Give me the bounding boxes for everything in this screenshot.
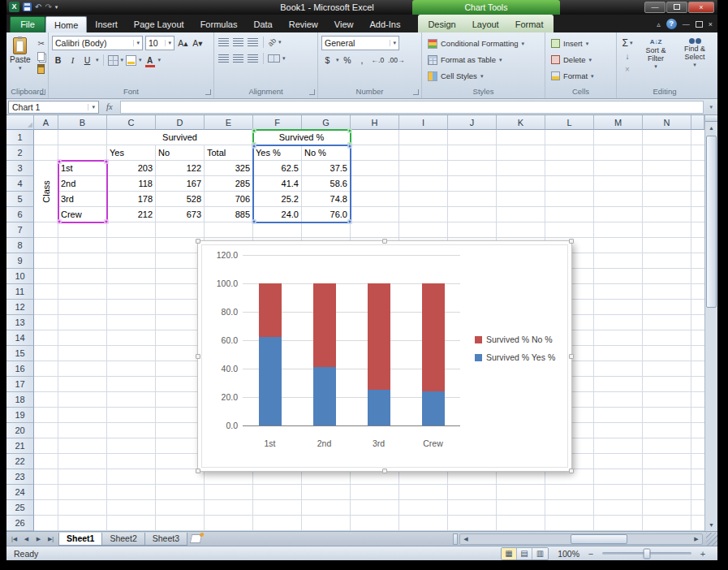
zoom-slider-thumb[interactable]: [644, 548, 651, 559]
chevron-down-icon[interactable]: ▾: [282, 55, 286, 62]
column-header-g[interactable]: G: [302, 115, 351, 130]
cell-N25[interactable]: [643, 500, 691, 516]
cell-A20[interactable]: [34, 423, 58, 438]
orientation-icon[interactable]: ab: [266, 37, 278, 48]
chart-resize-handle[interactable]: [569, 469, 574, 473]
cell-M22[interactable]: [594, 454, 643, 469]
cell-N24[interactable]: [643, 485, 691, 500]
cell-D2[interactable]: No: [156, 145, 205, 161]
vertical-scrollbar[interactable]: ▲ ▼: [704, 115, 717, 531]
horizontal-scrollbar[interactable]: ◀ ▶: [459, 533, 703, 545]
zoom-in-icon[interactable]: +: [698, 549, 708, 559]
row-header-24[interactable]: 24: [6, 485, 34, 500]
cell-C7[interactable]: [107, 222, 156, 238]
number-dialog-launcher[interactable]: [413, 89, 419, 95]
cell-N9[interactable]: [643, 253, 691, 269]
cell-B14[interactable]: [58, 330, 107, 346]
cell-H4[interactable]: [351, 176, 399, 192]
cell-N11[interactable]: [643, 284, 691, 300]
cell-N14[interactable]: [643, 330, 691, 346]
cell-N20[interactable]: [643, 423, 691, 438]
align-center-icon[interactable]: [232, 52, 244, 65]
excel-app-icon[interactable]: X: [9, 2, 19, 12]
row-header-21[interactable]: 21: [6, 438, 34, 454]
cell-C26[interactable]: [107, 516, 156, 531]
cell-F26[interactable]: [253, 516, 302, 531]
cell-M24[interactable]: [594, 485, 643, 500]
cell-J7[interactable]: [448, 222, 497, 238]
row-header-16[interactable]: 16: [6, 361, 34, 377]
cell-D7[interactable]: [156, 222, 205, 238]
cell-N16[interactable]: [643, 361, 691, 377]
cell-J2[interactable]: [448, 145, 497, 161]
cell-B1[interactable]: [58, 130, 107, 145]
cell-B5[interactable]: 3rd: [58, 192, 107, 207]
cell-A22[interactable]: [34, 454, 58, 469]
row-header-7[interactable]: 7: [6, 222, 34, 238]
cell-B7[interactable]: [58, 222, 107, 238]
font-color-icon[interactable]: A: [144, 56, 156, 65]
row-header-12[interactable]: 12: [6, 300, 34, 315]
cell-N1[interactable]: [643, 130, 691, 145]
cell-B9[interactable]: [58, 253, 107, 269]
chart-resize-handle[interactable]: [196, 469, 200, 473]
cell-G2[interactable]: No %: [302, 145, 351, 161]
cell-A21[interactable]: [34, 438, 58, 454]
cell-J5[interactable]: [448, 192, 497, 207]
cell-I25[interactable]: [399, 500, 448, 516]
sheet-tab-sheet3[interactable]: Sheet3: [144, 533, 187, 546]
alignment-dialog-launcher[interactable]: [309, 89, 315, 95]
cell-C20[interactable]: [107, 423, 156, 438]
clear-icon[interactable]: ×: [620, 63, 635, 75]
cell-I1[interactable]: [399, 130, 448, 145]
chart-bar-survived-yes--3rd[interactable]: [368, 390, 390, 425]
cell-B12[interactable]: [58, 300, 107, 315]
percent-style-icon[interactable]: %: [342, 54, 354, 67]
cell-K7[interactable]: [497, 222, 545, 238]
cell-C14[interactable]: [107, 330, 156, 346]
cell-E7[interactable]: [205, 222, 253, 238]
cell-A3[interactable]: Class: [34, 161, 58, 222]
cell-H7[interactable]: [351, 222, 399, 238]
column-header-c[interactable]: C: [107, 115, 156, 130]
tab-home[interactable]: Home: [45, 16, 87, 32]
legend-item[interactable]: Survived % Yes %: [475, 352, 555, 362]
cell-A9[interactable]: [34, 253, 58, 269]
cell-G3[interactable]: 37.5: [302, 161, 351, 176]
cell-C5[interactable]: 178: [107, 192, 156, 207]
formula-input[interactable]: [120, 101, 704, 114]
cell-M3[interactable]: [594, 161, 643, 176]
cell-B13[interactable]: [58, 315, 107, 330]
cell-C25[interactable]: [107, 500, 156, 516]
cell-M23[interactable]: [594, 469, 643, 485]
cell-C17[interactable]: [107, 377, 156, 392]
cell-N8[interactable]: [643, 238, 691, 253]
chevron-down-icon[interactable]: ▾: [121, 57, 124, 63]
column-header-h[interactable]: H: [351, 115, 399, 130]
cell-F24[interactable]: [253, 485, 302, 500]
cell-B6[interactable]: Crew: [58, 207, 107, 222]
cell-L3[interactable]: [545, 161, 594, 176]
fill-color-icon[interactable]: [126, 55, 136, 66]
name-box-dropdown-icon[interactable]: ▾: [88, 104, 95, 110]
qat-customize-icon[interactable]: ▾: [55, 4, 58, 11]
cell-E24[interactable]: [205, 485, 253, 500]
scroll-up-icon[interactable]: ▲: [705, 122, 717, 134]
cell-M14[interactable]: [594, 330, 643, 346]
cell-M1[interactable]: [594, 130, 643, 145]
cell-J26[interactable]: [448, 516, 497, 531]
redo-icon[interactable]: ↷: [45, 2, 51, 12]
cell-I26[interactable]: [399, 516, 448, 531]
cell-C18[interactable]: [107, 392, 156, 408]
help-icon[interactable]: ?: [666, 19, 677, 29]
workbook-close-icon[interactable]: ×: [709, 20, 713, 28]
cell-B25[interactable]: [58, 500, 107, 516]
accounting-format-icon[interactable]: $: [321, 54, 334, 67]
cell-A8[interactable]: [34, 238, 58, 253]
conditional-formatting-button[interactable]: Conditional Formatting ▾: [425, 36, 541, 51]
workbook-minimize-icon[interactable]: —: [683, 20, 690, 28]
cell-H24[interactable]: [351, 485, 399, 500]
scroll-left-icon[interactable]: ◀: [460, 536, 472, 542]
cell-L1[interactable]: [545, 130, 594, 145]
cell-M4[interactable]: [594, 176, 643, 192]
